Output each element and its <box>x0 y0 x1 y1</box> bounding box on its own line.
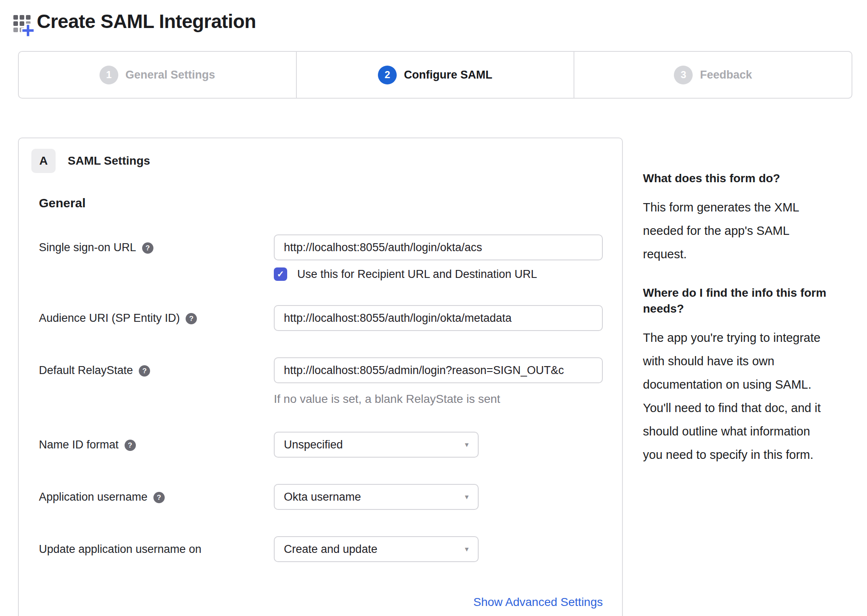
help-icon[interactable]: ? <box>186 313 197 324</box>
help-icon[interactable]: ? <box>142 242 153 254</box>
page-header: Create SAML Integration <box>11 8 867 40</box>
step-number-badge: 2 <box>378 66 397 84</box>
section-badge: A <box>31 149 56 173</box>
selected-value: Okta username <box>284 491 361 504</box>
plus-icon <box>21 23 35 38</box>
step-number-badge: 3 <box>674 66 693 84</box>
sso-url-input[interactable] <box>274 234 603 260</box>
sidebar-question-2: Where do I find the info this form needs… <box>643 285 860 317</box>
audience-uri-label: Audience URI (SP Entity ID) <box>39 312 180 325</box>
relay-state-label: Default RelayState <box>39 364 133 377</box>
chevron-down-icon: ▾ <box>465 440 469 449</box>
chevron-down-icon: ▾ <box>465 492 469 501</box>
selected-value: Unspecified <box>284 438 343 451</box>
help-sidebar: What does this form do? This form genera… <box>643 137 860 466</box>
name-id-format-select[interactable]: Unspecified ▾ <box>274 432 479 458</box>
help-icon[interactable]: ? <box>153 492 165 503</box>
step-label: Feedback <box>700 69 752 81</box>
step-feedback[interactable]: 3 Feedback <box>574 52 852 98</box>
wizard-step-bar: 1 General Settings 2 Configure SAML 3 Fe… <box>18 51 852 99</box>
recipient-url-checkbox-label: Use this for Recipient URL and Destinati… <box>297 268 537 281</box>
relay-state-input[interactable] <box>274 357 603 383</box>
audience-uri-input[interactable] <box>274 305 603 331</box>
general-heading: General <box>39 196 601 210</box>
sso-url-label: Single sign-on URL <box>39 241 136 254</box>
name-id-format-label: Name ID format <box>39 438 119 451</box>
update-application-username-select[interactable]: Create and update ▾ <box>274 536 479 562</box>
selected-value: Create and update <box>284 543 377 556</box>
saml-settings-panel: A SAML Settings General Single sign-on U… <box>18 137 623 616</box>
sidebar-question-1: What does this form do? <box>643 171 860 186</box>
show-advanced-settings-link[interactable]: Show Advanced Settings <box>473 596 603 608</box>
grid-plus-icon <box>11 10 37 40</box>
section-title: SAML Settings <box>68 154 150 168</box>
chevron-down-icon: ▾ <box>465 545 469 554</box>
application-username-select[interactable]: Okta username ▾ <box>274 484 479 510</box>
step-configure-saml[interactable]: 2 Configure SAML <box>296 52 574 98</box>
sidebar-answer-2: The app you're trying to integrate with … <box>643 326 860 466</box>
step-general-settings[interactable]: 1 General Settings <box>19 52 296 98</box>
help-icon[interactable]: ? <box>139 365 150 377</box>
page-title: Create SAML Integration <box>37 8 256 35</box>
application-username-label: Application username <box>39 491 148 504</box>
step-label: Configure SAML <box>404 69 492 81</box>
step-number-badge: 1 <box>99 66 118 84</box>
recipient-url-checkbox[interactable]: ✓ <box>274 267 287 281</box>
relay-state-help-text: If no value is set, a blank RelayState i… <box>274 392 603 406</box>
step-label: General Settings <box>125 69 215 81</box>
help-icon[interactable]: ? <box>125 440 136 451</box>
sidebar-answer-1: This form generates the XML needed for t… <box>643 196 860 266</box>
update-application-username-label: Update application username on <box>39 543 201 556</box>
